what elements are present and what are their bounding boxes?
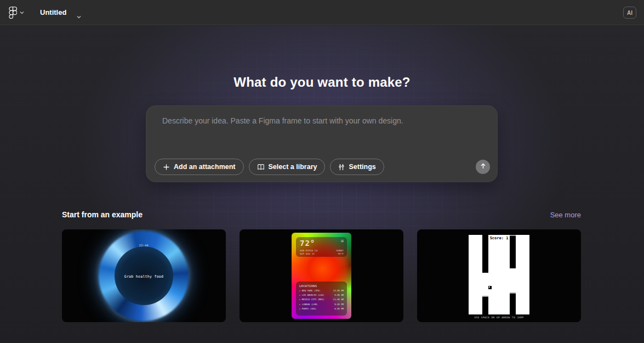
add-attachment-label: Add an attachment — [174, 163, 236, 171]
settings-label: Settings — [349, 163, 375, 171]
pipe-obstacle — [510, 236, 516, 268]
prompt-actions: Add an attachment Select a library — [155, 159, 384, 175]
widget-sub-right-2: 75°F — [338, 252, 344, 255]
select-library-button[interactable]: Select a library — [249, 159, 326, 175]
locations-title: LOCATIONS — [299, 284, 344, 288]
example-card-focus-orb[interactable]: 22:46 Grab healthy food — [62, 229, 226, 322]
examples-header: Start from an example See more — [62, 210, 581, 219]
plus-icon — [163, 164, 170, 171]
location-time: 9:45 AM — [334, 294, 344, 296]
canvas-background: What do you want to make? Add an attachm… — [0, 26, 644, 343]
sliders-icon — [338, 164, 345, 171]
location-row: ▸ LOS ANGELES (LAX) 9:45 AM — [299, 294, 344, 296]
widget-sub-right-1: SUNNY — [336, 249, 344, 252]
location-row: ▸ MEXICO CITY (MEX) 11:45 AM — [299, 298, 344, 301]
location-label: ▸ MEXICO CITY (MEX) — [299, 298, 324, 301]
figma-menu-button[interactable] — [0, 0, 30, 25]
orb-time-label: 22:46 — [62, 244, 226, 247]
title-chevron-down-icon[interactable] — [74, 10, 79, 15]
pipe-obstacle — [482, 235, 488, 273]
location-time: 6:45 PM — [334, 307, 344, 310]
book-icon — [257, 164, 265, 171]
pipe-cap — [482, 296, 488, 297]
game-score-label: Score: 1 — [469, 236, 529, 240]
prompt-box: Add an attachment Select a library — [146, 105, 498, 182]
location-row: ▸ LONDON (LHR) 5:45 PM — [299, 303, 344, 306]
figma-logo-icon — [9, 7, 17, 19]
temperature-label: 72° — [300, 239, 315, 248]
location-label: ▸ LONDON (LHR) — [299, 303, 318, 306]
location-row: ▸ NEW YORK (JFK) 12:45 PM — [299, 289, 344, 292]
weather-phone-screen: 72° ≡ SAN DIEGO CA SUNNY SAT AUG 12 75°F… — [292, 233, 351, 319]
weather-widget: 72° ≡ SAN DIEGO CA SUNNY SAT AUG 12 75°F — [296, 237, 347, 257]
location-time: 5:45 PM — [334, 303, 344, 306]
document-title[interactable]: Untitled — [40, 8, 66, 16]
example-cards: 22:46 Grab healthy food 72° ≡ SAN DIEGO … — [62, 229, 581, 322]
arrow-up-icon — [480, 162, 487, 171]
add-attachment-button[interactable]: Add an attachment — [155, 159, 244, 175]
settings-button[interactable]: Settings — [330, 159, 384, 175]
locations-panel: LOCATIONS ▸ NEW YORK (JFK) 12:45 PM ▸ LO… — [296, 282, 347, 316]
location-label: ▸ NEW YORK (JFK) — [299, 289, 321, 292]
widget-sub-left-2: SAT AUG 12 — [300, 252, 315, 255]
page-title: What do you want to make? — [0, 75, 644, 90]
example-card-weather[interactable]: 72° ≡ SAN DIEGO CA SUNNY SAT AUG 12 75°F… — [240, 229, 403, 322]
ai-badge[interactable]: AI — [623, 7, 636, 19]
topbar: Untitled AI — [0, 0, 644, 25]
game-screen: Score: 1 — [469, 235, 529, 314]
orb-message-label: Grab healthy food — [62, 274, 226, 279]
location-time: 12:45 PM — [333, 289, 344, 292]
location-label: ▸ LOS ANGELES (LAX) — [299, 294, 324, 296]
select-library-label: Select a library — [269, 163, 317, 171]
location-time: 11:45 AM — [333, 298, 344, 301]
widget-sub-left-1: SAN DIEGO CA — [300, 249, 318, 252]
player-square — [488, 286, 492, 289]
pipe-cap — [510, 235, 516, 236]
location-row: ▸ PARIS (CDG) 6:45 PM — [299, 307, 344, 310]
pipe-cap — [510, 293, 516, 294]
see-more-link[interactable]: See more — [550, 211, 581, 219]
prompt-input[interactable] — [162, 116, 481, 148]
pipe-obstacle — [482, 297, 488, 314]
submit-button[interactable] — [476, 160, 490, 174]
menu-icon: ≡ — [341, 238, 344, 244]
chevron-down-icon — [19, 10, 25, 15]
location-label: ▸ PARIS (CDG) — [299, 307, 316, 310]
game-instructions-label: USE SPACE OR UP ARROW TO JUMP — [417, 316, 581, 319]
example-card-flappy-game[interactable]: Score: 1 USE SPACE OR UP ARROW TO JUMP — [417, 229, 581, 322]
examples-section-title: Start from an example — [62, 210, 143, 219]
pipe-obstacle — [510, 294, 516, 314]
